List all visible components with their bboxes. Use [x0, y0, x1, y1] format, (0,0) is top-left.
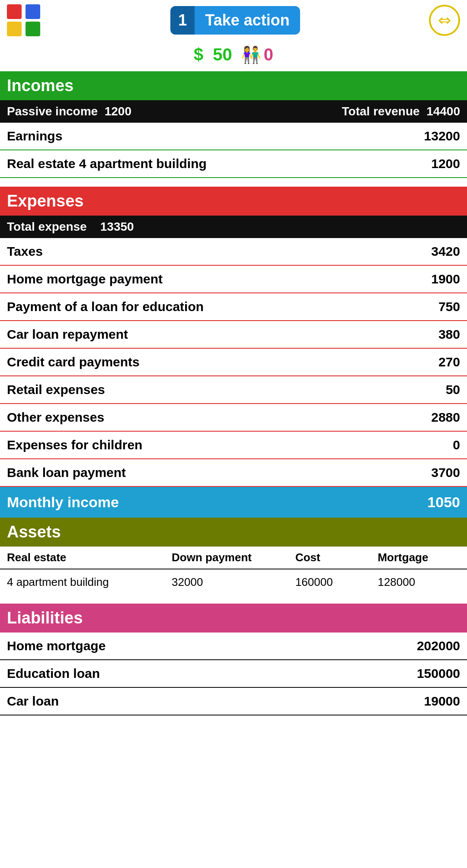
bank-loan-label: Bank loan payment — [7, 465, 126, 480]
asset-down-payment: 32000 — [172, 575, 295, 589]
liability-car-loan-value: 19000 — [424, 694, 460, 709]
liability-education-loan-value: 150000 — [417, 666, 460, 681]
asset-cost: 160000 — [295, 575, 378, 589]
expense-row-home-mortgage: Home mortgage payment 1900 — [0, 266, 467, 293]
liability-row-education-loan: Education loan 150000 — [0, 660, 467, 688]
asset-mortgage: 128000 — [377, 575, 460, 589]
swap-icon[interactable]: ⇔ — [429, 5, 460, 36]
take-action-button[interactable]: 1 Take action — [170, 6, 300, 35]
expenses-header: Expenses — [0, 187, 467, 216]
expenses-sub-header: Total expense 13350 — [0, 216, 467, 238]
assets-col-name: Real estate — [7, 551, 172, 564]
car-loan-value: 380 — [438, 327, 460, 342]
assets-column-headers: Real estate Down payment Cost Mortgage — [0, 547, 467, 569]
expense-row-education-loan: Payment of a loan for education 750 — [0, 293, 467, 321]
balance-value: 50 — [213, 45, 232, 64]
app-logo — [7, 4, 42, 36]
action-label: Take action — [195, 6, 300, 35]
expense-row-taxes: Taxes 3420 — [0, 238, 467, 266]
dollar-sign: $ — [194, 45, 203, 64]
education-loan-value: 750 — [438, 299, 460, 314]
assets-row-apartment: 4 apartment building 32000 160000 128000 — [0, 569, 467, 595]
logo-blue — [26, 4, 40, 19]
logo-yellow — [7, 22, 22, 36]
liability-home-mortgage-label: Home mortgage — [7, 639, 106, 653]
other-label: Other expenses — [7, 410, 104, 425]
income-row-earnings: Earnings 13200 — [0, 123, 467, 150]
liabilities-header: Liabilities — [0, 604, 467, 633]
children-label: Expenses for children — [7, 438, 142, 452]
car-loan-label: Car loan repayment — [7, 327, 128, 342]
assets-col-down-payment: Down payment — [172, 551, 295, 564]
earnings-value: 13200 — [424, 129, 460, 143]
liability-education-loan-label: Education loan — [7, 666, 100, 681]
people-icon: 👫 — [241, 45, 261, 64]
assets-col-cost: Cost — [295, 551, 378, 564]
passive-income-label: Passive income 1200 — [7, 105, 131, 118]
incomes-header: Incomes — [0, 71, 467, 100]
real-estate-value: 1200 — [431, 156, 460, 171]
monthly-income-label: Monthly income — [7, 494, 119, 511]
total-revenue-label: Total revenue 14400 — [342, 105, 460, 118]
expense-row-other: Other expenses 2880 — [0, 404, 467, 432]
taxes-value: 3420 — [431, 244, 460, 259]
assets-header: Assets — [0, 518, 467, 547]
action-number: 1 — [170, 6, 195, 35]
liability-row-car-loan: Car loan 19000 — [0, 688, 467, 715]
balance-amount: $ 50 — [194, 45, 232, 64]
children-value: 0 — [453, 438, 460, 452]
logo-green — [26, 22, 40, 36]
liability-car-loan-label: Car loan — [7, 694, 59, 709]
other-value: 2880 — [431, 410, 460, 425]
people-balance: 👫 0 — [241, 45, 273, 64]
people-count: 0 — [264, 45, 273, 64]
expense-row-retail: Retail expenses 50 — [0, 376, 467, 404]
taxes-label: Taxes — [7, 244, 43, 259]
balance-row: $ 50 👫 0 — [0, 41, 467, 71]
assets-col-mortgage: Mortgage — [377, 551, 460, 564]
header: 1 Take action ⇔ — [0, 0, 467, 41]
incomes-sub-header: Passive income 1200 Total revenue 14400 — [0, 100, 467, 123]
earnings-label: Earnings — [7, 129, 62, 143]
liability-row-home-mortgage: Home mortgage 202000 — [0, 633, 467, 660]
bank-loan-value: 3700 — [431, 465, 460, 480]
total-expense: Total expense 13350 — [7, 220, 134, 234]
liability-home-mortgage-value: 202000 — [417, 639, 460, 653]
expense-row-car-loan: Car loan repayment 380 — [0, 321, 467, 349]
real-estate-label: Real estate 4 apartment building — [7, 156, 207, 171]
income-row-real-estate: Real estate 4 apartment building 1200 — [0, 150, 467, 178]
education-loan-label: Payment of a loan for education — [7, 299, 204, 314]
expense-row-children: Expenses for children 0 — [0, 432, 467, 459]
retail-label: Retail expenses — [7, 382, 105, 397]
retail-value: 50 — [446, 382, 460, 397]
logo-red — [7, 4, 22, 19]
home-mortgage-label: Home mortgage payment — [7, 272, 163, 286]
asset-name: 4 apartment building — [7, 575, 172, 589]
monthly-income-bar: Monthly income 1050 — [0, 487, 467, 518]
credit-card-label: Credit card payments — [7, 355, 140, 369]
expense-row-credit-card: Credit card payments 270 — [0, 349, 467, 376]
credit-card-value: 270 — [438, 355, 460, 369]
home-mortgage-value: 1900 — [431, 272, 460, 286]
expense-row-bank-loan: Bank loan payment 3700 — [0, 459, 467, 487]
monthly-income-value: 1050 — [427, 494, 460, 511]
